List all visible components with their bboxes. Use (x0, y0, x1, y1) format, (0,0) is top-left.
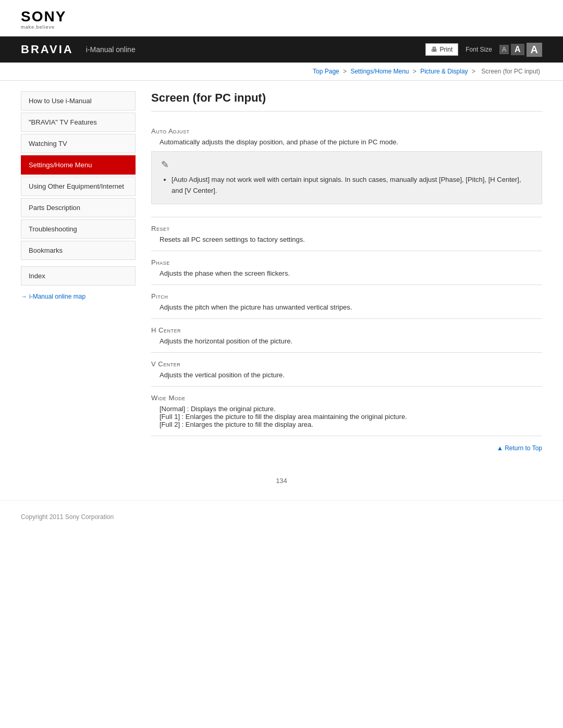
print-icon: 🖶 (431, 46, 437, 53)
return-to-top-area: ▲ Return to Top (151, 436, 542, 456)
wide-mode-full1: [Full 1] : Enlarges the picture to fill … (160, 413, 542, 421)
wide-mode-normal: [Normal] : Displays the original picture… (160, 405, 542, 413)
page-title: Screen (for PC input) (151, 91, 542, 112)
sidebar-item-parts-description[interactable]: Parts Description (21, 198, 136, 217)
imanual-map-label: i-Manual online map (29, 293, 85, 300)
sidebar-item-settings-home-menu-label: Settings/Home Menu (29, 161, 92, 169)
nav-bar-left: BRAVIA i-Manual online (21, 43, 136, 56)
sidebar-item-troubleshooting[interactable]: Troubleshooting (21, 219, 136, 239)
sidebar-item-watching-tv[interactable]: Watching TV (21, 134, 136, 153)
page-number: 134 (0, 466, 563, 490)
sidebar-item-using-other[interactable]: Using Other Equipment/Internet (21, 177, 136, 196)
wide-mode-full2: [Full 2] : Enlarges the picture to fill … (160, 421, 542, 428)
main-layout: How to Use i-Manual "BRAVIA" TV Features… (0, 81, 563, 466)
sidebar: How to Use i-Manual "BRAVIA" TV Features… (21, 91, 136, 456)
breadcrumb: Top Page > Settings/Home Menu > Picture … (0, 63, 563, 81)
sidebar-item-bravia-features[interactable]: "BRAVIA" TV Features (21, 113, 136, 132)
sidebar-item-troubleshooting-label: Troubleshooting (29, 225, 77, 233)
section-pitch-title: Pitch (151, 292, 542, 300)
font-size-controls: A A A (499, 43, 542, 57)
breadcrumb-sep3: > (472, 68, 475, 75)
section-pitch: Pitch Adjusts the pitch when the picture… (151, 285, 542, 319)
breadcrumb-current: Screen (for PC input) (481, 68, 540, 75)
tagline-believe: believe (36, 24, 55, 30)
content-area: Screen (for PC input) Auto Adjust Automa… (151, 91, 542, 456)
return-to-top-icon: ▲ (497, 445, 505, 452)
sidebar-item-settings-home-menu[interactable]: Settings/Home Menu (21, 155, 136, 175)
section-reset-title: Reset (151, 225, 542, 232)
section-phase-title: Phase (151, 258, 542, 266)
section-phase-body: Adjusts the phase when the screen flicke… (160, 269, 542, 277)
section-phase: Phase Adjusts the phase when the screen … (151, 251, 542, 285)
sidebar-item-index[interactable]: Index (21, 266, 136, 286)
section-wide-mode-body: [Normal] : Displays the original picture… (160, 405, 542, 428)
note-icon: ✎ (161, 159, 532, 170)
breadcrumb-sep1: > (343, 68, 347, 75)
nav-title: i-Manual online (86, 45, 136, 54)
font-size-large-button[interactable]: A (527, 43, 542, 57)
auto-adjust-note-item-1: [Auto Adjust] may not work well with cer… (172, 175, 532, 196)
section-reset: Reset Resets all PC screen settings to f… (151, 217, 542, 251)
font-size-small-button[interactable]: A (499, 45, 509, 54)
section-v-center-title: V Center (151, 360, 542, 368)
copyright-text: Copyright 2011 Sony Corporation (21, 513, 114, 521)
arrow-right-icon: → (21, 293, 27, 300)
sidebar-item-how-to-use-label: How to Use i-Manual (29, 97, 92, 105)
imanual-online-map-link[interactable]: → i-Manual online map (21, 293, 136, 300)
section-wide-mode: Wide Mode [Normal] : Displays the origin… (151, 387, 542, 436)
bravia-logo: BRAVIA (21, 43, 74, 56)
sidebar-item-how-to-use[interactable]: How to Use i-Manual (21, 91, 136, 110)
auto-adjust-note-list: [Auto Adjust] may not work well with cer… (172, 175, 532, 196)
section-reset-body: Resets all PC screen settings to factory… (160, 236, 542, 243)
sony-logo: SONY make.believe (21, 9, 542, 30)
section-h-center-body: Adjusts the horizontal position of the p… (160, 337, 542, 345)
breadcrumb-top-page[interactable]: Top Page (313, 68, 339, 75)
section-wide-mode-title: Wide Mode (151, 394, 542, 402)
breadcrumb-picture[interactable]: Picture & Display (420, 68, 468, 75)
sidebar-item-bookmarks-label: Bookmarks (29, 246, 63, 254)
section-auto-adjust-body: Automatically adjusts the display positi… (160, 138, 542, 146)
top-header: SONY make.believe (0, 0, 563, 36)
section-h-center: H Center Adjusts the horizontal position… (151, 319, 542, 353)
sidebar-item-bravia-features-label: "BRAVIA" TV Features (29, 118, 97, 126)
sony-tagline: make.believe (21, 25, 542, 30)
return-to-top-link[interactable]: ▲ Return to Top (497, 445, 542, 452)
section-auto-adjust-title: Auto Adjust (151, 127, 542, 135)
section-pitch-body: Adjusts the pitch when the picture has u… (160, 303, 542, 311)
auto-adjust-note-box: ✎ [Auto Adjust] may not work well with c… (151, 151, 542, 204)
sidebar-item-using-other-label: Using Other Equipment/Internet (29, 182, 124, 190)
font-size-label: Font Size (466, 46, 492, 53)
print-label: Print (440, 46, 453, 53)
section-h-center-title: H Center (151, 326, 542, 334)
breadcrumb-sep2: > (413, 68, 417, 75)
section-v-center: V Center Adjusts the vertical position o… (151, 353, 542, 387)
section-auto-adjust: Auto Adjust Automatically adjusts the di… (151, 120, 542, 217)
nav-bar-right: 🖶 Print Font Size A A A (425, 43, 542, 57)
footer: Copyright 2011 Sony Corporation (0, 500, 563, 533)
sidebar-item-parts-description-label: Parts Description (29, 204, 80, 212)
sidebar-item-watching-tv-label: Watching TV (29, 140, 67, 147)
nav-bar: BRAVIA i-Manual online 🖶 Print Font Size… (0, 36, 563, 63)
sidebar-item-bookmarks[interactable]: Bookmarks (21, 241, 136, 260)
sony-wordmark: SONY (21, 9, 542, 24)
return-to-top-label: Return to Top (505, 445, 542, 452)
breadcrumb-settings[interactable]: Settings/Home Menu (350, 68, 409, 75)
tagline-make: make (21, 24, 34, 30)
sidebar-item-index-label: Index (29, 272, 45, 280)
section-v-center-body: Adjusts the vertical position of the pic… (160, 371, 542, 379)
print-button[interactable]: 🖶 Print (425, 43, 459, 56)
font-size-medium-button[interactable]: A (511, 44, 524, 55)
